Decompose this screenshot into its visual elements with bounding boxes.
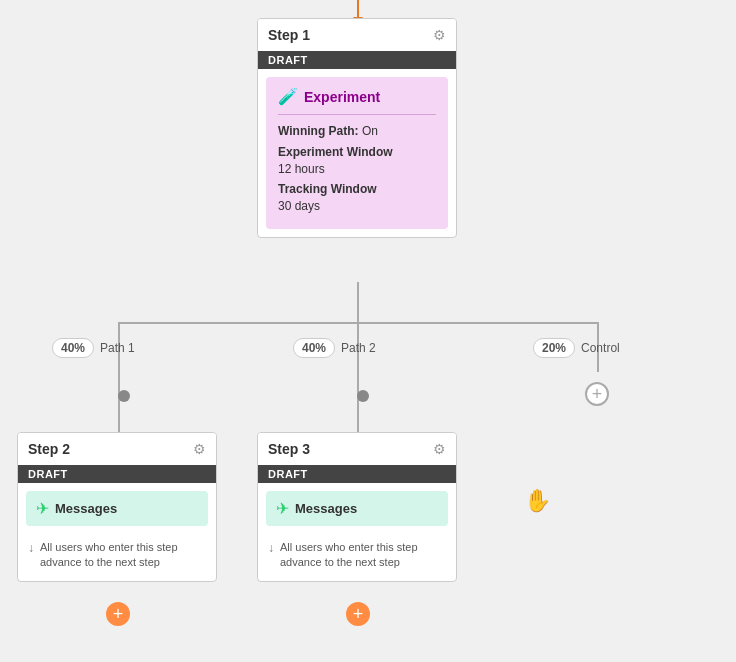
control-plus-button[interactable]: + [585, 382, 609, 406]
tracking-window-label: Tracking Window [278, 182, 377, 196]
step1-title: Step 1 [268, 27, 310, 43]
main-connector [357, 282, 359, 322]
step2-messages-box: ✈ Messages [26, 491, 208, 526]
step2-draft-bar: DRAFT [18, 465, 216, 483]
step3-messages-icon: ✈ [276, 499, 289, 518]
step3-header: Step 3 ⚙ [258, 433, 456, 465]
step1-gear-icon[interactable]: ⚙ [433, 27, 446, 43]
step2-card: Step 2 ⚙ DRAFT ✈ Messages ↓ All users wh… [17, 432, 217, 582]
tracking-window: Tracking Window 30 days [278, 181, 436, 215]
step2-info-text: All users who enter this step advance to… [40, 540, 206, 571]
step2-plus-button[interactable]: + [106, 602, 130, 626]
step2-gear-icon[interactable]: ⚙ [193, 441, 206, 457]
control-percent: 20% [533, 338, 575, 358]
step2-messages-label: Messages [55, 501, 117, 516]
step1-card: Step 1 ⚙ DRAFT 🧪 Experiment Winning Path… [257, 18, 457, 238]
experiment-box: 🧪 Experiment Winning Path: On Experiment… [266, 77, 448, 229]
canvas: Step 1 ⚙ DRAFT 🧪 Experiment Winning Path… [0, 0, 736, 662]
step1-header: Step 1 ⚙ [258, 19, 456, 51]
path1-label: 40% Path 1 [52, 338, 135, 358]
path2-name: Path 2 [341, 341, 376, 355]
step3-info-icon: ↓ [268, 541, 274, 555]
control-label: 20% Control [533, 338, 620, 358]
winning-path-label: Winning Path: [278, 124, 359, 138]
path2-percent: 40% [293, 338, 335, 358]
step3-info: ↓ All users who enter this step advance … [258, 534, 456, 581]
step2-title: Step 2 [28, 441, 70, 457]
experiment-window-label: Experiment Window [278, 145, 393, 159]
winning-path: Winning Path: On [278, 123, 436, 140]
tracking-window-value: 30 days [278, 199, 320, 213]
step3-messages-box: ✈ Messages [266, 491, 448, 526]
winning-path-value: On [362, 124, 378, 138]
step3-card: Step 3 ⚙ DRAFT ✈ Messages ↓ All users wh… [257, 432, 457, 582]
step3-gear-icon[interactable]: ⚙ [433, 441, 446, 457]
step2-info-icon: ↓ [28, 541, 34, 555]
path1-name: Path 1 [100, 341, 135, 355]
step2-header: Step 2 ⚙ [18, 433, 216, 465]
hand-cursor-indicator: ✋ [524, 488, 551, 514]
experiment-label: Experiment [304, 89, 380, 105]
flask-icon: 🧪 [278, 87, 298, 106]
experiment-window: Experiment Window 12 hours [278, 144, 436, 178]
step2-info: ↓ All users who enter this step advance … [18, 534, 216, 581]
experiment-window-value: 12 hours [278, 162, 325, 176]
path1-percent: 40% [52, 338, 94, 358]
top-arrow [357, 0, 359, 18]
path2-label: 40% Path 2 [293, 338, 376, 358]
step3-draft-bar: DRAFT [258, 465, 456, 483]
step3-title: Step 3 [268, 441, 310, 457]
step1-draft-bar: DRAFT [258, 51, 456, 69]
step3-plus-button[interactable]: + [346, 602, 370, 626]
step3-info-text: All users who enter this step advance to… [280, 540, 446, 571]
experiment-title: 🧪 Experiment [278, 87, 436, 115]
control-name: Control [581, 341, 620, 355]
step2-messages-icon: ✈ [36, 499, 49, 518]
step3-messages-label: Messages [295, 501, 357, 516]
